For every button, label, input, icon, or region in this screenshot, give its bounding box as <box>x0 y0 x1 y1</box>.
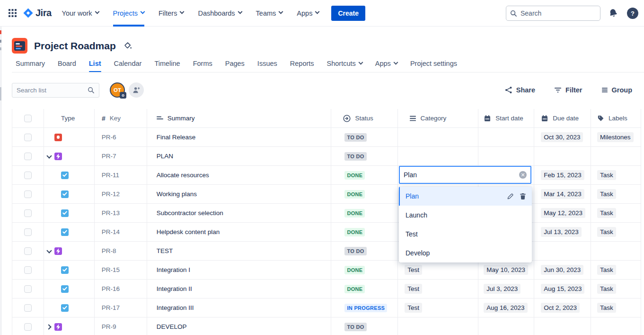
issue-start-date-cell[interactable] <box>478 317 534 335</box>
nav-item-filters[interactable]: Filters <box>159 0 184 27</box>
issue-start-date-cell[interactable]: Aug 16, 2023 <box>478 299 534 317</box>
tab-reports[interactable]: Reports <box>290 60 314 72</box>
category-option-develop[interactable]: Develop <box>399 244 532 263</box>
issue-due-date-cell[interactable]: Oct 30, 2023 <box>534 128 591 146</box>
expand-chevron-icon[interactable] <box>46 248 53 254</box>
issue-row-pr-11[interactable]: PR-11 Allocate resources DONE Feb 15, 20… <box>12 166 641 185</box>
issue-summary[interactable]: Final Release <box>147 128 332 146</box>
issue-start-date-cell[interactable]: May 10, 2023 <box>478 261 534 279</box>
collapsed-sidebar-sliver[interactable] <box>0 27 1 335</box>
issue-due-date-cell[interactable] <box>534 242 591 260</box>
header-select-all[interactable] <box>12 109 44 127</box>
row-checkbox[interactable] <box>24 266 32 274</box>
issue-category-cell[interactable]: Test <box>398 261 478 279</box>
tab-apps[interactable]: Apps <box>375 60 397 72</box>
paint-bucket-icon[interactable] <box>124 41 132 50</box>
issue-labels-cell[interactable]: Milestones <box>591 128 641 146</box>
help-button[interactable]: ? <box>626 7 639 20</box>
issue-start-date-cell[interactable]: Jul 3, 2023 <box>478 280 534 298</box>
tab-forms[interactable]: Forms <box>193 60 212 72</box>
nav-item-apps[interactable]: Apps <box>297 0 319 27</box>
select-all-checkbox[interactable] <box>24 115 32 122</box>
issue-summary[interactable]: DEVELOP <box>147 317 332 335</box>
issue-summary[interactable]: Integration I <box>147 261 332 279</box>
global-search[interactable] <box>506 6 600 21</box>
expand-chevron-icon[interactable] <box>46 153 53 160</box>
issue-key[interactable]: PR-12 <box>95 185 147 203</box>
issue-status-cell[interactable]: TO DO <box>331 242 398 260</box>
tab-board[interactable]: Board <box>58 60 76 72</box>
delete-trash-icon[interactable] <box>520 193 526 200</box>
column-header-labels[interactable]: Labels <box>591 109 641 127</box>
issue-row-pr-12[interactable]: PR-12 Working plans DONE Mar 14, 2023 Ta… <box>12 185 641 204</box>
row-checkbox[interactable] <box>24 172 32 179</box>
category-edit-input[interactable]: ✕ <box>399 166 531 184</box>
nav-item-your-work[interactable]: Your work <box>62 0 99 27</box>
jira-logo[interactable]: Jira <box>23 8 52 18</box>
issue-due-date-cell[interactable]: Mar 14, 2023 <box>534 185 591 203</box>
issue-key[interactable]: PR-15 <box>95 261 147 279</box>
tab-pages[interactable]: Pages <box>225 60 245 72</box>
issue-labels-cell[interactable] <box>591 317 641 335</box>
issue-summary[interactable]: Helpdesk content plan <box>147 223 332 241</box>
issue-summary[interactable]: Integration II <box>147 280 332 298</box>
issue-summary[interactable]: Subcontractor selection <box>147 204 332 222</box>
user-avatar[interactable]: OT o <box>110 82 125 98</box>
issue-status-cell[interactable]: TO DO <box>331 317 398 335</box>
issue-row-pr-17[interactable]: PR-17 Integration III IN PROGRESS Test A… <box>12 299 641 317</box>
column-header-category[interactable]: Category <box>398 109 478 127</box>
tab-timeline[interactable]: Timeline <box>154 60 180 72</box>
category-input-field[interactable] <box>404 171 519 179</box>
issue-summary[interactable]: PLAN <box>147 147 332 165</box>
issue-row-pr-14[interactable]: PR-14 Helpdesk content plan DONE Jul 13,… <box>12 223 641 242</box>
issue-row-pr-16[interactable]: PR-16 Integration II DONE Test Jul 3, 20… <box>12 280 641 299</box>
issue-row-pr-9[interactable]: PR-9 DEVELOP TO DO <box>12 317 641 335</box>
tab-summary[interactable]: Summary <box>16 60 45 72</box>
list-search[interactable] <box>12 83 99 98</box>
issue-labels-cell[interactable]: Task <box>591 299 641 317</box>
issue-summary[interactable]: Working plans <box>147 185 332 203</box>
notifications-button[interactable] <box>607 7 620 20</box>
issue-labels-cell[interactable]: Task <box>591 185 641 203</box>
issue-category-cell[interactable] <box>398 147 478 165</box>
expand-chevron-icon[interactable] <box>46 324 53 330</box>
issue-status-cell[interactable]: DONE <box>331 185 398 203</box>
edit-pencil-icon[interactable] <box>507 193 514 200</box>
issue-row-pr-7[interactable]: PR-7 PLAN TO DO <box>12 147 641 166</box>
tab-issues[interactable]: Issues <box>257 60 277 72</box>
issue-status-cell[interactable]: DONE <box>331 166 398 184</box>
filter-button[interactable]: Filter <box>554 86 582 94</box>
row-checkbox[interactable] <box>24 323 32 331</box>
issue-due-date-cell[interactable] <box>534 317 591 335</box>
issue-due-date-cell[interactable]: Jul 13, 2023 <box>534 223 591 241</box>
issue-due-date-cell[interactable]: Aug 15, 2023 <box>534 280 591 298</box>
issue-summary[interactable]: TEST <box>147 242 332 260</box>
issue-key[interactable]: PR-6 <box>95 128 147 146</box>
category-option-launch[interactable]: Launch <box>399 206 532 225</box>
issue-due-date-cell[interactable]: May 12, 2023 <box>534 204 591 222</box>
issue-status-cell[interactable]: DONE <box>331 204 398 222</box>
issue-status-cell[interactable]: DONE <box>331 223 398 241</box>
row-checkbox[interactable] <box>24 247 32 255</box>
issue-labels-cell[interactable]: Task <box>591 223 641 241</box>
issue-category-cell[interactable] <box>398 317 478 335</box>
issue-status-cell[interactable]: DONE <box>331 280 398 298</box>
column-header-due-date[interactable]: Due date <box>534 109 591 127</box>
issue-due-date-cell[interactable] <box>534 147 591 165</box>
issue-due-date-cell[interactable]: Feb 15, 2023 <box>534 166 591 184</box>
issue-category-cell[interactable] <box>398 128 478 146</box>
issue-summary[interactable]: Integration III <box>147 299 332 317</box>
nav-item-dashboards[interactable]: Dashboards <box>198 0 241 27</box>
issue-key[interactable]: PR-7 <box>95 147 147 165</box>
issue-key[interactable]: PR-9 <box>95 317 147 335</box>
group-button[interactable]: Group <box>601 86 633 94</box>
issue-labels-cell[interactable] <box>591 242 641 260</box>
issue-start-date-cell[interactable] <box>478 147 534 165</box>
issue-row-pr-13[interactable]: PR-13 Subcontractor selection DONE May 1… <box>12 204 641 223</box>
category-option-plan[interactable]: Plan <box>399 187 532 206</box>
row-checkbox[interactable] <box>24 190 32 198</box>
column-header-type[interactable]: Type <box>44 109 95 127</box>
row-checkbox[interactable] <box>24 153 32 160</box>
issue-labels-cell[interactable]: Task <box>591 280 641 298</box>
issue-labels-cell[interactable] <box>591 147 641 165</box>
